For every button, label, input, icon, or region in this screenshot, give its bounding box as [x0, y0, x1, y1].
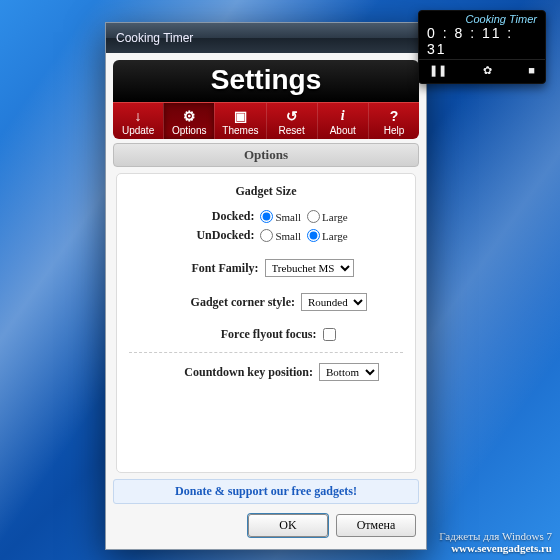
docked-small[interactable]: Small [260, 210, 301, 223]
download-icon: ↓ [113, 107, 163, 125]
docked-label: Docked: [184, 209, 254, 224]
tab-help[interactable]: ? Help [368, 103, 419, 139]
ok-button[interactable]: OK [248, 514, 328, 537]
undocked-label: UnDocked: [184, 228, 254, 243]
settings-window: Cooking Timer Settings ↓ Update ⚙ Option… [105, 22, 427, 550]
flyout-label: Force flyout focus: [197, 327, 317, 342]
toolbar: ↓ Update ⚙ Options ▣ Themes ↺ Reset i Ab… [113, 102, 419, 139]
stop-icon[interactable]: ■ [528, 64, 535, 77]
undocked-small[interactable]: Small [260, 229, 301, 242]
pause-icon[interactable]: ❚❚ [429, 64, 447, 77]
tab-about[interactable]: i About [317, 103, 368, 139]
tab-update[interactable]: ↓ Update [113, 103, 163, 139]
radio-docked-large[interactable] [307, 210, 320, 223]
size-heading: Gadget Size [125, 184, 407, 199]
radio-undocked-small[interactable] [260, 229, 273, 242]
countdown-select[interactable]: Bottom [319, 363, 379, 381]
tab-reset[interactable]: ↺ Reset [266, 103, 317, 139]
info-icon: i [318, 107, 368, 125]
countdown-label: Countdown key position: [153, 365, 313, 380]
header-label: Settings [113, 60, 419, 102]
tab-label: Update [122, 125, 154, 136]
options-panel: Gadget Size Docked: Small Large UnDocked… [116, 173, 416, 473]
corner-label: Gadget corner style: [165, 295, 295, 310]
tab-themes[interactable]: ▣ Themes [214, 103, 265, 139]
watermark-line1: Гаджеты для Windows 7 [439, 530, 552, 542]
mini-controls: ❚❚ ✿ ■ [419, 59, 545, 83]
row-docked: Docked: Small Large [125, 209, 407, 224]
themes-icon: ▣ [215, 107, 265, 125]
flyout-checkbox[interactable] [323, 328, 336, 341]
cancel-button[interactable]: Отмена [336, 514, 416, 537]
titlebar[interactable]: Cooking Timer [106, 23, 426, 53]
docked-large[interactable]: Large [307, 210, 347, 223]
tab-label: Reset [279, 125, 305, 136]
tab-label: Options [172, 125, 206, 136]
tab-options[interactable]: ⚙ Options [163, 103, 214, 139]
window-title: Cooking Timer [116, 31, 193, 45]
row-undocked: UnDocked: Small Large [125, 228, 407, 243]
section-title: Options [113, 143, 419, 167]
watermark: Гаджеты для Windows 7 www.sevengadgets.r… [439, 530, 552, 554]
header: Settings ↓ Update ⚙ Options ▣ Themes ↺ R… [113, 60, 419, 139]
gear-icon: ⚙ [164, 107, 214, 125]
radio-undocked-large[interactable] [307, 229, 320, 242]
separator [129, 352, 403, 353]
donate-link[interactable]: Donate & support our free gadgets! [113, 479, 419, 504]
reset-icon: ↺ [267, 107, 317, 125]
row-countdown: Countdown key position: Bottom [125, 363, 407, 381]
row-font: Font Family: Trebuchet MS [125, 259, 407, 277]
tab-label: About [330, 125, 356, 136]
font-select[interactable]: Trebuchet MS [265, 259, 354, 277]
mini-time: 0 : 8 : 11 : 31 [419, 25, 545, 59]
undocked-large[interactable]: Large [307, 229, 347, 242]
row-flyout: Force flyout focus: [125, 327, 407, 342]
mini-gadget: Cooking Timer 0 : 8 : 11 : 31 ❚❚ ✿ ■ [418, 10, 546, 84]
tab-label: Themes [222, 125, 258, 136]
row-corner: Gadget corner style: Rounded [125, 293, 407, 311]
gear-icon[interactable]: ✿ [483, 64, 492, 77]
tab-label: Help [384, 125, 405, 136]
radio-docked-small[interactable] [260, 210, 273, 223]
mini-title: Cooking Timer [419, 11, 545, 25]
watermark-line2: www.sevengadgets.ru [439, 542, 552, 554]
help-icon: ? [369, 107, 419, 125]
corner-select[interactable]: Rounded [301, 293, 367, 311]
button-bar: OK Отмена [106, 504, 426, 549]
font-label: Font Family: [179, 261, 259, 276]
